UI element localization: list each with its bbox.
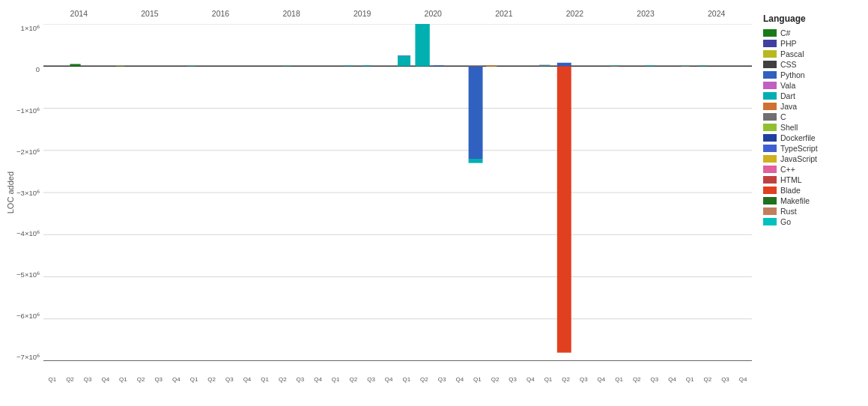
q-label: Q3 xyxy=(150,376,168,397)
legend-color-pascal xyxy=(763,50,777,58)
q-label: Q1 xyxy=(115,376,133,397)
legend-color-typescript xyxy=(763,145,777,152)
y-tick-2: 0 xyxy=(36,65,40,73)
legend-color-shell xyxy=(763,124,777,131)
legend-item-javascript: JavaScript xyxy=(763,154,857,163)
q-label: Q1 xyxy=(398,376,416,397)
year-label-2022: 2022 xyxy=(539,9,610,22)
bar-2021-q2-java xyxy=(486,65,497,66)
q-label: Q1 xyxy=(185,376,203,397)
legend-title: Language xyxy=(763,13,857,24)
year-label-2023: 2023 xyxy=(610,9,682,22)
legend-color-cpp xyxy=(763,166,777,173)
q-label: Q3 xyxy=(79,376,97,397)
legend-label-vala: Vala xyxy=(780,81,795,90)
legend-label-typescript: TypeScript xyxy=(780,144,818,153)
q-label: Q2 xyxy=(699,376,717,397)
legend-label-javascript: JavaScript xyxy=(780,154,817,163)
legend-item-css: CSS xyxy=(763,60,857,69)
q-label: Q4 xyxy=(664,376,682,397)
qgroup-2023: Q1 Q2 Q3 Q4 xyxy=(610,376,682,397)
legend-color-php xyxy=(763,40,777,47)
q-label: Q2 xyxy=(628,376,646,397)
legend-label-html: HTML xyxy=(780,175,802,184)
legend-item-blade: Blade xyxy=(763,186,857,195)
legend-label-python: Python xyxy=(780,70,805,79)
bar-2024-q2 xyxy=(699,66,707,67)
legend-color-go xyxy=(763,218,777,225)
y-axis-ticks: 1×10⁶ 0 −1×10⁶ −2×10⁶ −3×10⁶ −4×10⁶ −5×1… xyxy=(19,24,40,361)
legend-label-pascal: Pascal xyxy=(780,49,804,58)
q-label: Q4 xyxy=(592,376,610,397)
legend-color-html xyxy=(763,176,777,184)
qgroup-2019: Q1 Q2 Q3 Q4 xyxy=(327,376,398,397)
q-label: Q1 xyxy=(681,376,699,397)
y-tick-9: −7×10⁶ xyxy=(16,353,40,361)
chart-area: LOC added 1×10⁶ 0 −1×10⁶ −2×10⁶ −3×10⁶ −… xyxy=(0,7,756,399)
legend-item-cpp: C++ xyxy=(763,165,857,174)
bar-2019-q3-dart xyxy=(345,66,353,67)
legend-color-csharp xyxy=(763,29,777,37)
q-label: Q4 xyxy=(522,376,540,397)
year-label-2021: 2021 xyxy=(469,9,540,22)
chart-container: LOC added 1×10⁶ 0 −1×10⁶ −2×10⁶ −3×10⁶ −… xyxy=(0,0,868,406)
q-label: Q4 xyxy=(734,376,752,397)
qgroup-2015: Q1 Q2 Q3 Q4 xyxy=(115,376,186,397)
q-label: Q1 xyxy=(610,376,628,397)
bar-2014-q2-csharp xyxy=(70,64,80,66)
legend-label-go: Go xyxy=(780,217,791,226)
legend-label-java: Java xyxy=(780,102,797,111)
legend-label-dart: Dart xyxy=(780,91,795,100)
bar-2020-q1-dart xyxy=(398,56,410,67)
legend-item-pascal: Pascal xyxy=(763,49,857,58)
q-label: Q1 xyxy=(469,376,487,397)
bar-2020-q2-dart-vis xyxy=(416,24,430,66)
legend-color-python xyxy=(763,71,777,79)
year-label-2018: 2018 xyxy=(256,9,327,22)
legend-label-rust: Rust xyxy=(780,207,797,216)
legend-color-vala xyxy=(763,82,777,89)
q-label: Q1 xyxy=(256,376,274,397)
q-label: Q4 xyxy=(309,376,327,397)
q-label: Q1 xyxy=(327,376,345,397)
year-label-2024: 2024 xyxy=(681,9,752,22)
y-tick-6: −4×10⁶ xyxy=(16,229,40,237)
bar-2021-q1-dart xyxy=(469,159,483,163)
y-tick-3: −1×10⁶ xyxy=(16,106,40,115)
bar-2024-q1 xyxy=(681,66,689,67)
year-labels-row: 2014 2015 2016 2018 2019 2020 2021 2022 … xyxy=(43,9,752,22)
legend-label-php: PHP xyxy=(780,39,797,48)
q-label: Q4 xyxy=(238,376,256,397)
q-label: Q2 xyxy=(203,376,221,397)
q-label: Q2 xyxy=(486,376,504,397)
bar-2023-q3-dart xyxy=(646,65,654,66)
legend-item-go: Go xyxy=(763,217,857,226)
legend-item-java: Java xyxy=(763,102,857,111)
legend-label-cpp: C++ xyxy=(780,165,795,174)
year-label-2020: 2020 xyxy=(398,9,469,22)
q-label: Q3 xyxy=(646,376,664,397)
q-label: Q3 xyxy=(504,376,522,397)
q-label: Q2 xyxy=(273,376,291,397)
chart-svg xyxy=(43,24,752,361)
legend-item-html: HTML xyxy=(763,175,857,184)
bar-2022-q1-dart xyxy=(539,65,550,66)
legend-item-vala: Vala xyxy=(763,81,857,90)
q-label: Q3 xyxy=(574,376,592,397)
legend-color-dart xyxy=(763,92,777,100)
bar-2022-q2-blade xyxy=(557,66,571,353)
qgroup-2014: Q1 Q2 Q3 Q4 xyxy=(43,376,115,397)
qgroup-2021: Q1 Q2 Q3 Q4 xyxy=(469,376,540,397)
bar-2020-q3-python xyxy=(433,65,443,66)
qgroup-2018: Q1 Q2 Q3 Q4 xyxy=(256,376,327,397)
legend-color-dockerfile xyxy=(763,134,777,142)
q-label: Q2 xyxy=(557,376,575,397)
legend-item-makefile: Makefile xyxy=(763,196,857,205)
bar-2021-q1-python xyxy=(469,66,483,159)
q-label: Q2 xyxy=(416,376,434,397)
legend: Language C# PHP Pascal CSS Python Vala D… xyxy=(756,7,861,399)
legend-label-shell: Shell xyxy=(780,123,798,132)
legend-item-python: Python xyxy=(763,70,857,79)
q-label: Q4 xyxy=(451,376,469,397)
year-label-2019: 2019 xyxy=(327,9,398,22)
